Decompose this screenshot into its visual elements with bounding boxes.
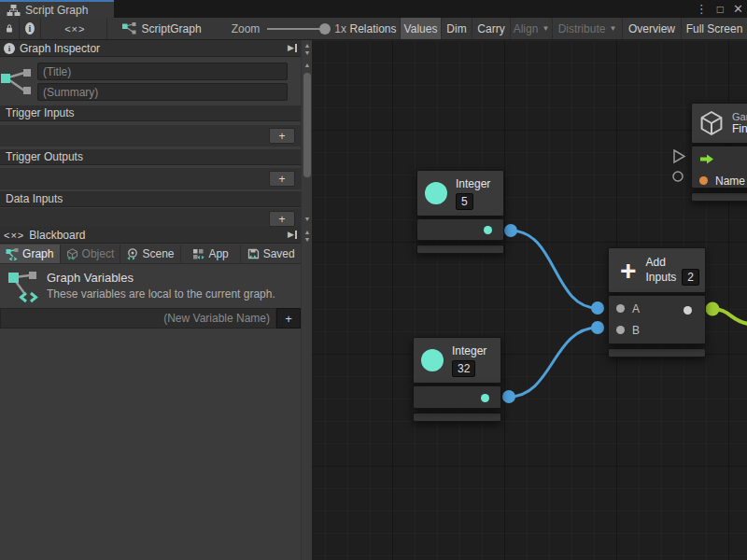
node-footer <box>608 348 706 357</box>
info-icon: i <box>4 43 15 54</box>
node-add[interactable]: + Add Inputs 2 A B <box>608 247 706 357</box>
graph-summary-input[interactable] <box>37 83 288 101</box>
distribute-label: Distribute <box>558 22 606 35</box>
port-b-label: B <box>632 324 640 337</box>
zoom-label: Zoom <box>232 22 261 35</box>
panel-scrollbar[interactable]: ▲ ▼ ▲ ▼ ▲ ▼ <box>301 40 312 560</box>
dock-icon[interactable]: ▶ <box>288 44 297 52</box>
node-integer-32[interactable]: Integer 32 <box>413 337 501 422</box>
wire-endpoint[interactable] <box>504 224 517 237</box>
scroll-up-icon[interactable]: ▲ <box>302 229 313 236</box>
blackboard-tabs: Graph Object Scene <box>0 245 301 264</box>
node-title: Integer <box>456 177 490 190</box>
inputs-count-field[interactable]: 2 <box>682 269 699 286</box>
wire-endpoint[interactable] <box>502 390 515 403</box>
chevron-down-icon: ▼ <box>542 24 549 33</box>
dim-button[interactable]: Dim <box>442 18 472 39</box>
graph-inspector-header: i Graph Inspector ▶ <box>0 40 301 57</box>
info-button[interactable]: i <box>20 18 41 39</box>
scroll-down-icon[interactable]: ▼ <box>302 236 313 244</box>
wire-endpoint[interactable] <box>591 301 604 315</box>
graph-variables-icon <box>7 271 39 304</box>
tab-object[interactable]: Object <box>61 245 121 263</box>
full-screen-button[interactable]: Full Screen <box>682 18 747 39</box>
input-port-a[interactable] <box>616 304 625 313</box>
graph-tree-icon <box>7 4 21 17</box>
wire-int5-to-add-a[interactable] <box>511 231 598 308</box>
flow-input-port-icon[interactable] <box>699 154 714 164</box>
input-port-b[interactable] <box>616 326 625 334</box>
inputs-label: Inputs <box>646 271 677 284</box>
tab-script-graph[interactable]: Script Graph <box>0 0 114 18</box>
scrollbar-thumb[interactable] <box>303 73 311 177</box>
overview-button[interactable]: Overview <box>623 18 682 39</box>
output-port[interactable] <box>484 226 492 234</box>
blackboard-toggle-button[interactable]: <×> <box>44 18 107 39</box>
window-titlebar: Script Graph ⋮ □ ✕ <box>0 0 747 18</box>
graph-title-block <box>0 58 301 105</box>
name-input-port[interactable] <box>699 176 708 185</box>
tab-scene[interactable]: Scene <box>120 245 181 263</box>
maximize-icon[interactable]: □ <box>717 3 724 16</box>
lock-icon <box>6 22 13 35</box>
values-button[interactable]: Values <box>401 18 442 39</box>
node-title: Add <box>646 256 699 269</box>
section-trigger-inputs: Trigger Inputs <box>0 105 301 121</box>
variables-description: These variables are local to the current… <box>47 287 275 301</box>
output-port[interactable] <box>684 306 692 315</box>
info-icon: i <box>25 22 35 35</box>
graph-title-input[interactable] <box>37 63 288 80</box>
node-title: Fin <box>732 122 747 135</box>
zoom-slider-handle[interactable] <box>319 23 331 35</box>
add-data-input-button[interactable]: + <box>269 211 295 227</box>
new-variable-input[interactable] <box>0 308 276 329</box>
zoom-slider[interactable] <box>267 28 327 30</box>
node-footer <box>691 192 747 202</box>
add-trigger-input-button[interactable]: + <box>269 128 295 144</box>
scroll-down-icon[interactable]: ▼ <box>302 49 313 57</box>
graph-canvas[interactable]: Integer 5 Integer 32 <box>312 40 747 560</box>
integer-value-field[interactable]: 32 <box>452 360 475 377</box>
object-cube-icon <box>66 248 78 260</box>
new-variable-row: + <box>0 308 301 329</box>
tab-scene-label: Scene <box>142 247 174 260</box>
node-find[interactable]: Gam Fin Name <box>691 103 747 202</box>
scroll-down-icon[interactable]: ▼ <box>302 216 313 223</box>
tab-saved[interactable]: Saved <box>241 245 301 263</box>
graph-name-label: ScriptGraph <box>142 22 202 35</box>
node-integer-5[interactable]: Integer 5 <box>416 170 504 254</box>
add-variable-button[interactable]: + <box>276 308 301 329</box>
close-icon[interactable]: ✕ <box>733 2 743 16</box>
node-title: Integer <box>452 344 486 357</box>
section-data-inputs: Data Inputs <box>0 191 301 207</box>
align-button[interactable]: Align ▼ <box>511 18 553 39</box>
output-port[interactable] <box>481 394 489 402</box>
lock-button[interactable] <box>0 18 20 39</box>
variables-title: Graph Variables <box>47 271 275 285</box>
trigger-outputs-list: + <box>0 168 301 189</box>
wire-endpoint[interactable] <box>706 302 720 316</box>
integer-value-field[interactable]: 5 <box>456 193 473 210</box>
carry-button[interactable]: Carry <box>472 18 511 39</box>
add-trigger-output-button[interactable]: + <box>269 171 295 187</box>
align-label: Align <box>514 22 539 35</box>
tab-app[interactable]: App <box>181 245 242 263</box>
window-menu-icon[interactable]: ⋮ <box>696 2 708 16</box>
node-footer <box>413 413 501 422</box>
graph-glyph-icon <box>0 66 34 98</box>
tab-graph[interactable]: Graph <box>0 245 61 263</box>
unconnected-value-port-icon[interactable] <box>673 172 683 181</box>
scroll-up-icon[interactable]: ▲ <box>302 42 313 49</box>
dock-icon[interactable]: ▶ <box>288 231 297 239</box>
unconnected-flow-port-icon[interactable] <box>674 150 684 162</box>
chevron-down-icon: ▼ <box>609 24 616 33</box>
wire-endpoint[interactable] <box>591 321 604 334</box>
graph-variables-info: Graph Variables These variables are loca… <box>0 265 301 308</box>
section-trigger-outputs: Trigger Outputs <box>0 149 301 165</box>
distribute-button[interactable]: Distribute ▼ <box>553 18 623 39</box>
relations-button[interactable]: Relations <box>346 18 401 39</box>
port-a-label: A <box>632 302 640 315</box>
scroll-up-icon[interactable]: ▲ <box>302 62 313 69</box>
wire-int32-to-add-b[interactable] <box>509 328 598 397</box>
trigger-inputs-list: + <box>0 125 301 147</box>
